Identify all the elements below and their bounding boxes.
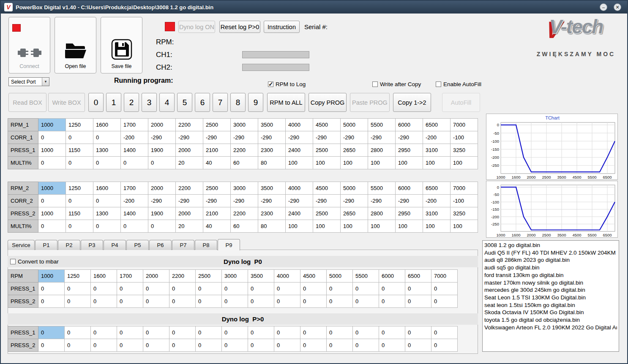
cell[interactable]: 0 xyxy=(38,339,65,352)
cell[interactable]: 0 xyxy=(274,283,300,295)
cell[interactable]: 1000 xyxy=(38,182,66,195)
cell[interactable]: 0 xyxy=(353,339,379,352)
connect-button[interactable]: Connect xyxy=(8,17,50,73)
file-item[interactable]: Skoda Octavia IV 150KM Go Digital.bin xyxy=(484,309,617,316)
cell[interactable]: -290 xyxy=(286,195,313,207)
cell[interactable]: 1400 xyxy=(121,144,148,157)
tab-p6[interactable]: P6 xyxy=(149,240,172,250)
cell[interactable]: 0 xyxy=(91,339,117,352)
cell[interactable]: 2300 xyxy=(258,144,286,157)
cell[interactable]: -290 xyxy=(231,131,258,144)
cell[interactable]: 0 xyxy=(379,339,405,352)
cell[interactable]: 0 xyxy=(327,339,353,352)
cell[interactable]: 100 xyxy=(341,157,368,169)
cell[interactable]: 0 xyxy=(91,283,117,295)
cell[interactable]: 100 xyxy=(396,220,423,233)
cell[interactable]: -290 xyxy=(368,131,396,144)
cell[interactable]: -100 xyxy=(451,195,478,207)
cell[interactable]: 3100 xyxy=(423,144,451,157)
cell[interactable]: 1250 xyxy=(66,119,93,131)
cell[interactable]: 0 xyxy=(121,157,148,169)
cell[interactable]: 3100 xyxy=(423,207,451,220)
cell[interactable]: 1150 xyxy=(66,144,93,157)
tab-p4[interactable]: P4 xyxy=(104,240,126,250)
cell[interactable]: 0 xyxy=(405,339,431,352)
cell[interactable]: 0 xyxy=(169,283,196,295)
cell[interactable]: 0 xyxy=(405,326,431,339)
cell[interactable]: 0 xyxy=(65,339,91,352)
cell[interactable]: 0 xyxy=(38,195,66,207)
cell[interactable]: 2200 xyxy=(169,270,196,283)
file-item[interactable]: mercedes gle 300d 245km go digital.bin xyxy=(484,286,617,294)
tab-p3[interactable]: P3 xyxy=(81,240,103,250)
cell[interactable]: 0 xyxy=(431,295,458,308)
cell[interactable]: 0 xyxy=(405,295,431,308)
cell[interactable]: 1900 xyxy=(148,207,176,220)
cell[interactable]: 1300 xyxy=(93,144,121,157)
cell[interactable]: 2650 xyxy=(341,207,368,220)
cell[interactable]: 1600 xyxy=(91,270,117,283)
cell[interactable]: 0 xyxy=(38,157,66,169)
file-item[interactable]: 3008 1.2 go digital.bin xyxy=(484,242,617,249)
cell[interactable]: 6500 xyxy=(423,182,451,195)
cell[interactable]: 4000 xyxy=(286,119,313,131)
cell[interactable]: 3000 xyxy=(222,270,248,283)
cell[interactable]: 60 xyxy=(231,220,258,233)
cell[interactable]: 2200 xyxy=(176,182,203,195)
cell[interactable]: 2000 xyxy=(176,144,203,157)
cell[interactable]: 0 xyxy=(431,283,458,295)
tab-p8[interactable]: P8 xyxy=(195,240,217,250)
cell[interactable]: 100 xyxy=(396,157,423,169)
cell[interactable]: 0 xyxy=(274,339,300,352)
cell[interactable]: 100 xyxy=(286,157,313,169)
cell[interactable]: 0 xyxy=(274,295,300,308)
cell[interactable]: 0 xyxy=(222,283,248,295)
cell[interactable]: 3250 xyxy=(451,207,478,220)
cell[interactable]: 0 xyxy=(169,339,196,352)
cell[interactable]: 0 xyxy=(66,157,93,169)
cell[interactable]: 2950 xyxy=(396,144,423,157)
cell[interactable]: 0 xyxy=(148,220,176,233)
cell[interactable]: 1700 xyxy=(121,119,148,131)
cell[interactable]: 0 xyxy=(248,283,274,295)
cell[interactable]: 0 xyxy=(379,326,405,339)
file-item[interactable]: audi sq5 go digital.bin xyxy=(484,264,617,272)
cell[interactable]: -290 xyxy=(176,195,203,207)
enable-autofill-checkbox[interactable]: Enable AutoFill xyxy=(436,81,481,87)
cell[interactable]: 0 xyxy=(300,283,327,295)
close-button[interactable]: ✕ xyxy=(614,3,621,11)
cell[interactable]: -290 xyxy=(341,131,368,144)
cell[interactable]: 0 xyxy=(196,339,222,352)
cell[interactable]: 0 xyxy=(66,220,93,233)
cell[interactable]: 3500 xyxy=(248,270,274,283)
tab-p7[interactable]: P7 xyxy=(172,240,194,250)
cell[interactable]: 0 xyxy=(405,283,431,295)
cell[interactable]: -290 xyxy=(148,195,176,207)
action-3[interactable]: 3 xyxy=(142,93,157,112)
cell[interactable]: 6500 xyxy=(405,270,431,283)
file-item[interactable]: audi q8 286km 2023 go digital.bin xyxy=(484,256,617,264)
cell[interactable]: 0 xyxy=(38,220,66,233)
cell[interactable]: 0 xyxy=(143,339,169,352)
cell[interactable]: 100 xyxy=(313,220,341,233)
cell[interactable]: -290 xyxy=(258,131,286,144)
cell[interactable]: 0 xyxy=(222,295,248,308)
cell[interactable]: -200 xyxy=(121,195,148,207)
save-file-button[interactable]: Save file xyxy=(101,17,142,73)
cell[interactable]: 5500 xyxy=(368,119,396,131)
rpm-to-log-checkbox[interactable]: RPM to Log xyxy=(268,81,306,87)
cell[interactable]: 0 xyxy=(379,295,405,308)
cell[interactable]: 1400 xyxy=(121,207,148,220)
action-1[interactable]: 1 xyxy=(106,93,121,112)
cell[interactable]: 0 xyxy=(93,131,121,144)
cell[interactable]: 6000 xyxy=(396,182,423,195)
cell[interactable]: 3500 xyxy=(258,182,286,195)
cell[interactable]: 2650 xyxy=(341,144,368,157)
cell[interactable]: 100 xyxy=(368,157,396,169)
cell[interactable]: 0 xyxy=(300,339,327,352)
instruction-button[interactable]: Instruction xyxy=(264,21,300,33)
file-item[interactable]: Seat Leon 1.5 TSI 130KM Go Digital.bin xyxy=(484,294,617,302)
cell[interactable]: 2500 xyxy=(203,119,231,131)
tab-p2[interactable]: P2 xyxy=(58,240,80,250)
cell[interactable]: 2200 xyxy=(176,119,203,131)
